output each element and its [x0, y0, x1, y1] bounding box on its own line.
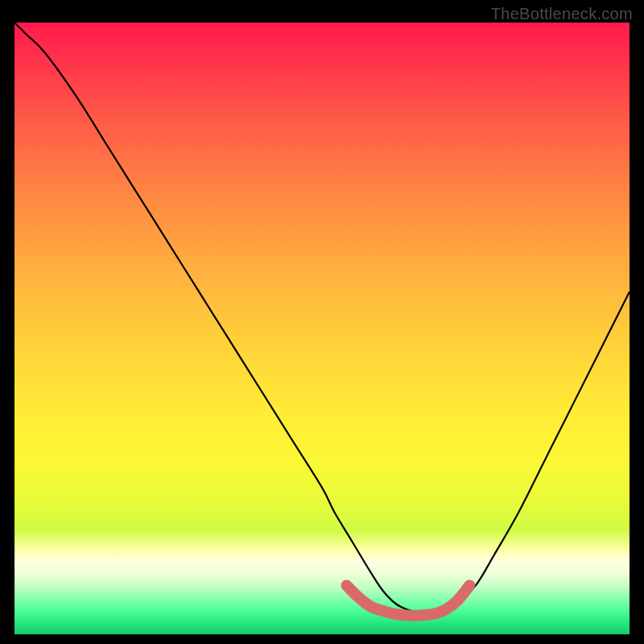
chart-plot-area	[14, 23, 630, 634]
bottleneck-curve	[14, 23, 630, 613]
chart-svg-layer	[14, 23, 630, 634]
highlight-curve	[347, 585, 470, 615]
watermark-text: TheBottleneck.com	[491, 5, 633, 23]
